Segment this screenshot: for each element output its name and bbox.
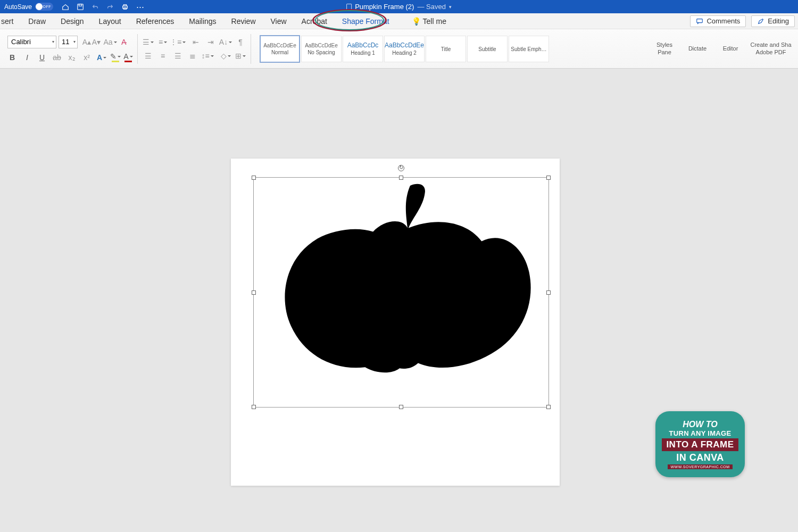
tab-review[interactable]: Review xyxy=(224,17,263,26)
line-spacing-icon[interactable]: ↕≡ xyxy=(203,51,212,61)
more-icon[interactable]: ⋯ xyxy=(136,3,144,11)
autosave-toggle[interactable]: OFF xyxy=(35,3,53,11)
ribbon-toolbar: Calibri▾ 11▾ A▴ A▾ Aa A̶ B I U ab x₂ x² … xyxy=(0,29,798,69)
shrink-font-icon[interactable]: A▾ xyxy=(92,37,101,47)
change-case-icon[interactable]: Aa xyxy=(105,37,115,47)
style-title[interactable]: Title xyxy=(426,36,466,62)
toggle-knob xyxy=(36,3,43,10)
style-subtle-emph[interactable]: Subtle Emph… xyxy=(509,36,549,62)
title-bar: AutoSave OFF ⋯ Pumpkin Frame (2) — Saved… xyxy=(0,0,798,13)
font-size-select[interactable]: 11▾ xyxy=(59,36,78,48)
doc-name: Pumpkin Frame (2) xyxy=(355,3,414,11)
divider xyxy=(137,34,138,64)
svg-rect-0 xyxy=(78,4,84,10)
autosave-label: AutoSave xyxy=(4,3,32,11)
style-no-spacing[interactable]: AaBbCcDdEe No Spacing xyxy=(301,36,342,62)
strikethrough-icon[interactable]: ab xyxy=(52,53,62,62)
sort-icon[interactable]: A↓ xyxy=(221,37,230,47)
doc-saved: — Saved xyxy=(417,3,445,11)
badge-line5: WWW.SOVERYGRAPHIC.COM xyxy=(668,464,732,469)
style-heading1[interactable]: AaBbCcDc Heading 1 xyxy=(343,36,383,62)
chevron-down-icon: ▾ xyxy=(449,4,452,10)
borders-icon[interactable]: ⊞ xyxy=(236,51,245,61)
clear-format-icon[interactable]: A̶ xyxy=(119,37,129,47)
promo-badge: HOW TO TURN ANY IMAGE INTO A FRAME IN CA… xyxy=(655,411,745,477)
tab-insert[interactable]: sert xyxy=(0,17,21,26)
svg-rect-1 xyxy=(79,4,81,6)
superscript-icon[interactable]: x² xyxy=(82,53,92,62)
multilevel-icon[interactable]: ⋮≡ xyxy=(173,37,182,47)
autosave-control[interactable]: AutoSave OFF xyxy=(4,3,53,11)
numbering-icon[interactable]: ≡ xyxy=(158,37,168,47)
align-left-icon[interactable]: ☰ xyxy=(143,51,153,61)
styles-gallery: AaBbCcDdEe Normal AaBbCcDdEe No Spacing … xyxy=(260,34,549,64)
badge-line2: TURN ANY IMAGE xyxy=(669,429,732,437)
increase-indent-icon[interactable]: ⇥ xyxy=(206,37,215,47)
shape-selection[interactable] xyxy=(253,177,549,408)
grow-font-icon[interactable]: A▴ xyxy=(82,37,92,47)
text-effects-icon[interactable]: A xyxy=(97,53,106,62)
ribbon-tabs: sert Draw Design Layout References Maili… xyxy=(0,13,798,29)
doc-file-icon xyxy=(346,4,352,10)
tab-draw[interactable]: Draw xyxy=(21,17,53,26)
tab-layout[interactable]: Layout xyxy=(92,17,129,26)
document-title[interactable]: Pumpkin Frame (2) — Saved ▾ xyxy=(346,3,452,11)
tab-references[interactable]: References xyxy=(129,17,182,26)
editing-button[interactable]: Editing xyxy=(751,15,795,27)
redo-icon[interactable] xyxy=(106,3,114,11)
align-right-icon[interactable]: ☰ xyxy=(173,51,182,61)
svg-rect-3 xyxy=(123,4,126,6)
autosave-off: OFF xyxy=(43,5,52,9)
tab-acrobat[interactable]: Acrobat xyxy=(294,17,335,26)
editor-button[interactable]: Editor xyxy=(714,45,747,52)
print-icon[interactable] xyxy=(121,3,129,11)
quick-access-toolbar: ⋯ xyxy=(62,3,144,11)
badge-line1: HOW TO xyxy=(683,420,717,429)
align-center-icon[interactable]: ≡ xyxy=(158,51,168,61)
pumpkin-shape[interactable] xyxy=(254,178,548,407)
divider xyxy=(251,34,251,64)
font-name-select[interactable]: Calibri▾ xyxy=(7,36,56,48)
shading-icon[interactable]: ◇ xyxy=(221,51,230,61)
bold-icon[interactable]: B xyxy=(7,53,17,62)
justify-icon[interactable]: ≣ xyxy=(188,51,197,61)
subscript-icon[interactable]: x₂ xyxy=(67,53,77,62)
font-color-icon[interactable]: A xyxy=(124,53,132,62)
styles-pane-button[interactable]: Styles Pane xyxy=(648,41,681,55)
style-heading2[interactable]: AaBbCcDdEe Heading 2 xyxy=(384,36,425,62)
style-normal[interactable]: AaBbCcDdEe Normal xyxy=(260,35,300,63)
comments-button[interactable]: Comments xyxy=(690,15,746,27)
decrease-indent-icon[interactable]: ⇤ xyxy=(191,37,201,47)
tell-me[interactable]: 💡 Tell me xyxy=(404,17,454,26)
tab-design[interactable]: Design xyxy=(53,17,92,26)
create-pdf-button[interactable]: Create and Sha Adobe PDF xyxy=(747,41,795,55)
dictate-button[interactable]: Dictate xyxy=(681,45,714,52)
tab-shape-format[interactable]: Shape Format xyxy=(335,17,397,26)
tab-view[interactable]: View xyxy=(263,17,294,26)
highlight-icon[interactable]: ✎ xyxy=(112,53,119,62)
underline-icon[interactable]: U xyxy=(37,53,47,62)
paragraph-mark-icon[interactable]: ¶ xyxy=(236,37,245,47)
svg-rect-5 xyxy=(697,19,703,22)
badge-line4: IN CANVA xyxy=(676,452,724,463)
tab-mailings[interactable]: Mailings xyxy=(181,17,223,26)
rotate-handle[interactable] xyxy=(398,165,404,171)
italic-icon[interactable]: I xyxy=(22,53,32,62)
save-icon[interactable] xyxy=(77,3,84,11)
badge-line3: INTO A FRAME xyxy=(662,438,738,451)
style-subtitle[interactable]: Subtitle xyxy=(467,36,508,62)
bullets-icon[interactable]: ☰ xyxy=(143,37,153,47)
undo-icon[interactable] xyxy=(92,3,99,11)
home-icon[interactable] xyxy=(62,3,69,11)
